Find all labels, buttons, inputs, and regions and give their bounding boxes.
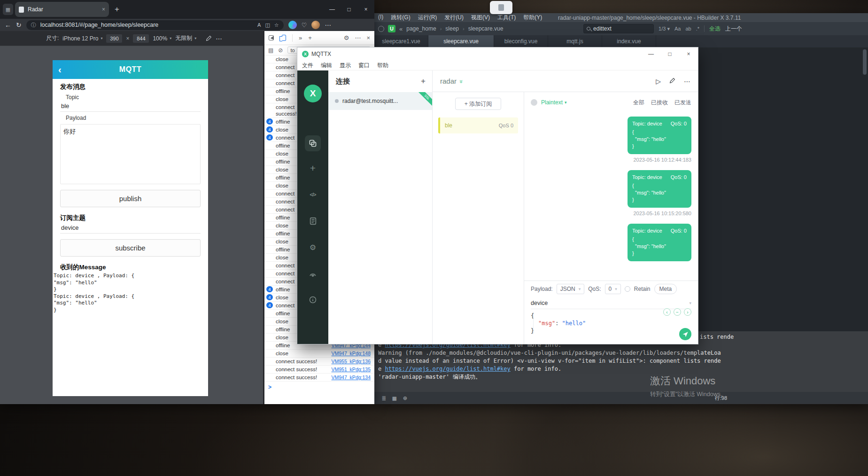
find-input[interactable]: edittext [583,24,654,33]
payload-textarea[interactable]: 你好 [60,124,201,184]
copilot-icon[interactable] [288,21,297,29]
browser-tab[interactable]: Radar × [15,2,109,17]
maximize-button[interactable]: □ [341,0,357,19]
throttling-select[interactable]: 无限制▾ [175,34,196,42]
browser-essentials-icon[interactable]: ♡ [302,22,307,29]
browser-menu-icon[interactable]: ⋯ [325,21,331,29]
connection-list-item[interactable]: radar@test.mosquitt... SSL [328,92,432,110]
menu-item[interactable]: 文件 [302,62,313,70]
new-connection-icon[interactable]: + [307,163,318,174]
editor-scrollbar[interactable] [863,49,867,75]
console-source-link[interactable]: VM947_kPdg:134 [329,374,371,381]
console-source-link[interactable]: VM947_kPdg:148 [329,350,371,357]
select-all-button[interactable]: 全选 [709,25,721,33]
collapse-icon[interactable]: « [399,25,403,32]
device-toolbar-toggle-icon[interactable] [282,35,286,41]
height-input[interactable]: 844 [133,34,149,43]
back-icon[interactable]: ‹ [58,65,62,74]
new-tab-button[interactable]: + [115,5,119,14]
meta-button[interactable]: Meta [654,284,677,294]
close-button[interactable]: × [357,0,374,19]
subscription-item[interactable]: ble QoS 0 [438,117,518,133]
devtools-settings-icon[interactable]: ⚙ [344,34,349,41]
devtools-menu-icon[interactable]: ⋯ [355,34,361,41]
edit-connection-icon[interactable] [669,78,675,85]
history-prev-icon[interactable]: ‹ [663,308,671,316]
message-bubble[interactable]: Topic: device QoS: 0 { "msg": "hello" } [628,170,691,208]
refresh-button[interactable]: ↻ [16,21,22,29]
breadcrumb-item[interactable]: sleepcare.vue [468,25,504,32]
workspaces-icon[interactable]: ▦ [3,4,13,15]
retain-radio[interactable] [625,286,630,292]
menu-item[interactable]: 帮助 [377,62,388,70]
url-text[interactable]: localhost:8081/#/page_home/sleep/sleepca… [40,22,253,28]
tab-index-vue[interactable]: index.vue [602,35,656,47]
maximize-button[interactable]: □ [660,47,679,61]
message-filter-tab[interactable]: 已接收 [651,99,668,107]
device-toolbar-more-icon[interactable]: ⋯ [216,35,222,42]
favorites-icon[interactable]: ☆ [274,22,279,28]
stylus-icon[interactable] [206,35,212,41]
message-filter-tab[interactable]: 已发送 [674,99,691,107]
whole-word-icon[interactable]: ab [685,26,691,31]
split-screen-icon[interactable]: ◫ [265,22,270,28]
double-chevron-down-icon[interactable]: » [458,80,465,82]
script-icon[interactable]: </> [307,189,318,200]
console-prompt[interactable]: > [264,382,374,392]
close-button[interactable]: × [679,47,698,61]
add-connection-button[interactable]: + [421,77,426,86]
log-icon[interactable] [307,215,318,226]
console-sidebar-icon[interactable]: ▤ [268,47,273,54]
tab-sleepcare1-vue[interactable]: sleepcare1.vue [374,35,428,47]
qos-select[interactable]: 0▾ [605,284,621,294]
format-select[interactable]: Plaintext [541,99,563,106]
menu-item[interactable]: 窗口 [358,62,370,70]
address-bar[interactable]: ⓘ localhost:8081/#/page_home/sleep/sleep… [26,20,284,30]
publish-topic-input[interactable]: device ▾ [531,297,691,309]
menu-item[interactable]: 工具(T) [494,14,519,22]
history-clear-icon[interactable]: − [674,308,681,316]
site-info-icon[interactable]: ⓘ [31,22,36,29]
back-button[interactable]: ← [5,21,11,29]
menu-item[interactable]: 帮助(Y) [519,14,546,22]
menu-item[interactable]: (I) [374,14,387,22]
history-next-icon[interactable]: › [684,308,691,316]
clear-console-icon[interactable]: ⊘ [278,47,283,54]
menu-item[interactable]: 跳转(G) [387,14,414,22]
minimize-button[interactable]: — [642,47,660,61]
profile-avatar[interactable] [311,21,320,29]
match-case-icon[interactable]: Aa [674,26,681,31]
console-source-link[interactable]: VM951_kPdg:135 [329,366,371,373]
menu-item[interactable]: 运行(R) [414,14,441,22]
send-button[interactable] [679,328,691,340]
console-grid-icon[interactable]: ▦ [392,394,396,402]
width-input[interactable]: 390 [106,34,122,43]
message-center-icon[interactable] [378,26,384,32]
console-list-icon[interactable]: ≣ [382,394,386,402]
add-icon[interactable]: + [308,34,312,41]
console-globe-icon[interactable]: ⊕ [403,394,407,402]
settings-gear-icon[interactable]: ⚙ [307,242,318,253]
minimize-button[interactable]: — [324,0,341,19]
device-select[interactable]: iPhone 12 Pro▾ [62,35,102,42]
more-options-icon[interactable]: ⋯ [684,78,690,85]
console-link[interactable]: https://vuejs.org/guide/list.html#key [385,366,510,372]
devtools-close-icon[interactable]: × [366,34,370,41]
breadcrumb-item[interactable]: page_home [406,25,436,32]
subscribe-topic-input[interactable]: device [60,222,201,234]
message-bubble[interactable]: Topic: device QoS: 0 { "msg": "hello" } [628,224,691,261]
find-previous-button[interactable]: 上一个 [725,25,742,33]
menu-item[interactable]: 显示 [340,62,351,70]
tab-sleepcare-vue[interactable]: sleepcare.vue [428,35,494,47]
regex-icon[interactable]: .* [696,26,699,31]
tab-mqtt-js[interactable]: mqtt.js [548,35,602,47]
subscribe-button[interactable]: subscribe [60,239,201,257]
breadcrumb-item[interactable]: sleep [445,25,459,32]
broadcast-icon[interactable] [307,268,318,279]
message-filter-tab[interactable]: 全部 [633,99,644,107]
publish-button[interactable]: publish [60,190,201,207]
message-bubble[interactable]: Topic: device QoS: 0 { "msg": "hello" } [628,117,691,154]
play-button[interactable]: ▷ [656,78,661,85]
menu-item[interactable]: 发行(U) [441,14,467,22]
inspect-icon[interactable] [269,35,274,40]
